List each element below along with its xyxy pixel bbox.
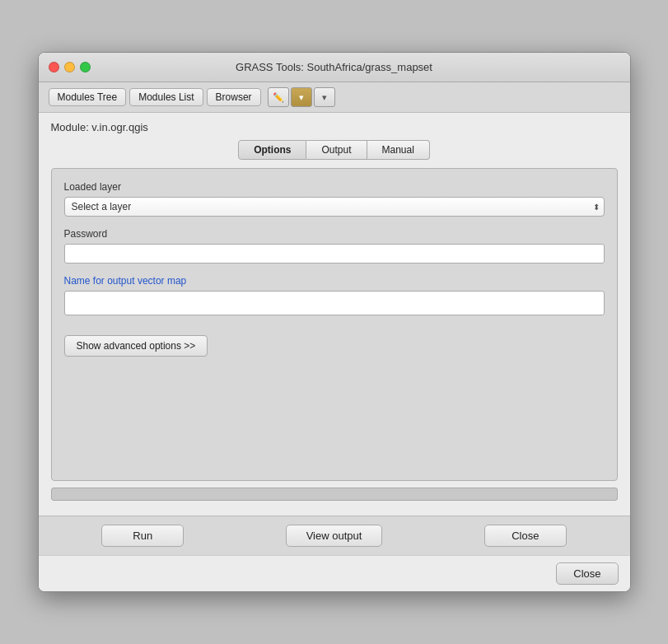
progress-bar — [51, 488, 618, 501]
action-bar: Run View output Close — [39, 516, 630, 555]
content-area: Module: v.in.ogr.qgis Options Output Man… — [39, 113, 630, 516]
modules-tree-button[interactable]: Modules Tree — [49, 88, 127, 106]
module-label: Module: v.in.ogr.qgis — [51, 121, 618, 133]
output-map-label: Name for output vector map — [64, 275, 605, 287]
output-map-input[interactable] — [64, 291, 605, 315]
edit-icon[interactable]: ✏️ — [268, 87, 289, 107]
chevron-down-icon[interactable]: ▾ — [314, 87, 335, 107]
run-button[interactable]: Run — [101, 525, 184, 547]
loaded-layer-label: Loaded layer — [64, 181, 605, 193]
modules-list-button[interactable]: Modules List — [129, 88, 203, 106]
tab-options[interactable]: Options — [238, 140, 306, 160]
password-group: Password — [64, 228, 605, 264]
footer-close-button[interactable]: Close — [556, 562, 618, 585]
browser-button[interactable]: Browser — [207, 88, 261, 106]
maximize-traffic-light[interactable] — [80, 62, 91, 72]
close-action-button[interactable]: Close — [484, 525, 567, 547]
traffic-lights — [49, 62, 91, 72]
output-map-group: Name for output vector map — [64, 275, 605, 315]
window-title: GRASS Tools: SouthAfrica/grass_mapset — [236, 61, 432, 73]
arrow-down-icon[interactable]: ▾ — [291, 87, 312, 107]
tab-manual[interactable]: Manual — [367, 140, 430, 160]
password-label: Password — [64, 228, 605, 240]
titlebar: GRASS Tools: SouthAfrica/grass_mapset — [39, 53, 630, 82]
toolbar-icons: ✏️ ▾ ▾ — [268, 87, 335, 107]
layer-select[interactable]: Select a layer — [64, 197, 605, 217]
minimize-traffic-light[interactable] — [64, 62, 75, 72]
tabs-bar: Options Output Manual — [51, 140, 618, 160]
tab-output[interactable]: Output — [306, 140, 367, 160]
close-traffic-light[interactable] — [49, 62, 59, 72]
toolbar: Modules Tree Modules List Browser ✏️ ▾ ▾ — [39, 82, 630, 113]
view-output-button[interactable]: View output — [286, 525, 383, 547]
options-panel: Loaded layer Select a layer ⬍ Password N… — [51, 168, 618, 481]
show-advanced-button[interactable]: Show advanced options >> — [64, 335, 208, 357]
password-input[interactable] — [64, 244, 605, 264]
main-window: GRASS Tools: SouthAfrica/grass_mapset Mo… — [38, 52, 631, 592]
footer-bar: Close — [39, 555, 630, 591]
loaded-layer-group: Loaded layer Select a layer ⬍ — [64, 181, 605, 217]
layer-select-wrapper: Select a layer ⬍ — [64, 197, 605, 217]
